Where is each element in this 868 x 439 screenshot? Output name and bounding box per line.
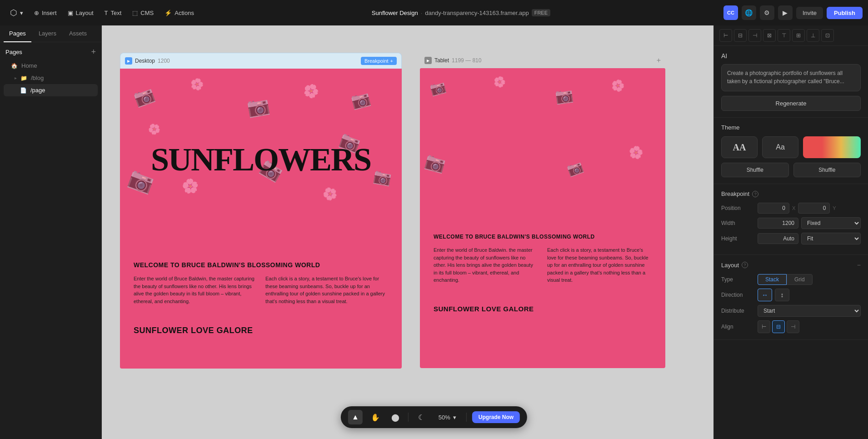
zoom-control[interactable]: 50% ▾: [434, 412, 461, 423]
breakpoint-button[interactable]: Breakpoint +: [361, 57, 397, 65]
tablet-content-col-left: Enter the world of Bruce Baldwin. the ma…: [434, 246, 538, 284]
page-blog-label: /blog: [31, 75, 44, 81]
text-button[interactable]: T Text: [100, 7, 126, 19]
logo-button[interactable]: ⬡ ▾: [5, 5, 28, 20]
regenerate-button[interactable]: Regenerate: [721, 96, 861, 111]
height-mode-select[interactable]: Fit: [801, 233, 861, 244]
x-axis-label: X: [792, 205, 795, 211]
layout-label: Layout: [76, 10, 94, 16]
tablet-content-cols: Enter the world of Bruce Baldwin. the ma…: [434, 246, 652, 284]
add-page-button[interactable]: +: [91, 48, 96, 56]
distribute-v-icon[interactable]: ⊡: [821, 29, 834, 42]
logo-chevron-icon: ▾: [20, 10, 23, 16]
tablet-range: 1199 — 810: [452, 57, 481, 64]
publish-button[interactable]: Publish: [827, 7, 863, 19]
settings-button[interactable]: ⚙: [760, 5, 774, 20]
tablet-frame-header: ▶ Tablet 1199 — 810 +: [420, 53, 665, 68]
zoom-chevron-icon: ▾: [453, 414, 456, 421]
breakpoint-plus-icon: +: [390, 58, 393, 64]
align-left-icon[interactable]: ⊢: [719, 29, 732, 42]
direction-vertical-button[interactable]: ↕: [775, 289, 789, 301]
select-tool-button[interactable]: ▲: [348, 410, 363, 424]
toolbar-divider-2: [466, 413, 467, 422]
theme-font-serif-option[interactable]: AA: [721, 136, 758, 158]
desktop-frame-header: ▶ Desktop 1200 Breakpoint +: [120, 53, 402, 69]
shape-tool-button[interactable]: ⬤: [388, 410, 403, 424]
direction-label: Direction: [721, 292, 758, 298]
layout-section: Layout ? − Type Stack Grid Direction ↔ ↕…: [714, 255, 868, 340]
type-options: Stack Grid: [758, 274, 813, 285]
folder-icon: 📁: [20, 75, 27, 81]
cc-button[interactable]: CC: [723, 5, 738, 20]
page-item-home[interactable]: 🏠 Home: [4, 60, 98, 72]
page-item-page[interactable]: 📄 /page: [4, 84, 98, 96]
type-stack-option[interactable]: Stack: [758, 274, 787, 285]
preview-button[interactable]: ▶: [778, 5, 793, 20]
page-item-blog[interactable]: ▸ 📁 /blog: [4, 72, 98, 84]
desktop-content-section: WELCOME TO BRUCE BALDWIN'S BLOSSOMING WO…: [120, 250, 402, 319]
align-top-icon[interactable]: ⊤: [778, 29, 790, 42]
panel-tabs: Pages Layers Assets: [0, 25, 101, 42]
globe-button[interactable]: 🌐: [742, 5, 756, 20]
ai-prompt-box[interactable]: Create a photographic portfolio of sunfl…: [721, 64, 861, 91]
shuffle-font-button[interactable]: Shuffle: [721, 163, 789, 177]
desktop-label: Desktop: [135, 58, 155, 64]
tablet-frame-container: ▶ Tablet 1199 — 810 + 📷 🌸 📷 🌸: [420, 53, 665, 412]
invite-button[interactable]: Invite: [796, 7, 823, 19]
canvas-area[interactable]: ▶ Desktop 1200 Breakpoint + 📷: [102, 25, 713, 439]
desktop-width: 1200: [158, 58, 170, 64]
desktop-content-cols: Enter the world of Bruce Baldwin, the ma…: [134, 275, 388, 305]
width-value-input[interactable]: [758, 218, 798, 229]
type-grid-option[interactable]: Grid: [787, 274, 813, 285]
desktop-design-frame: 📷 🌸 📷 🌸 📷 📷 🌸 📷 🌸 📷 🌸 📷: [120, 69, 402, 369]
upgrade-button[interactable]: Upgrade Now: [472, 411, 520, 423]
tab-assets[interactable]: Assets: [64, 25, 92, 42]
width-mode-select[interactable]: Fixed: [801, 217, 861, 229]
align-center-h-icon[interactable]: ⊟: [734, 29, 747, 42]
text-label: Text: [111, 10, 122, 16]
align-right-icon[interactable]: ⊣: [748, 29, 761, 42]
align-opt-left[interactable]: ⊢: [758, 320, 770, 333]
align-center-v-icon[interactable]: ⊞: [792, 29, 805, 42]
cms-button[interactable]: ⬚ CMS: [128, 7, 158, 19]
align-section-row: Align ⊢ ⊟ ⊣: [721, 320, 861, 333]
align-bottom-icon[interactable]: ⊥: [807, 29, 819, 42]
height-value-input[interactable]: [758, 233, 798, 244]
tablet-add-breakpoint-button[interactable]: +: [657, 56, 661, 65]
layout-collapse-button[interactable]: −: [857, 261, 861, 269]
theme-font-sans-option[interactable]: Aa: [762, 136, 798, 158]
dark-mode-button[interactable]: ☾: [414, 410, 429, 424]
distribute-h-icon[interactable]: ⊠: [763, 29, 776, 42]
cms-label: CMS: [140, 10, 154, 16]
play-icon: ▶: [783, 9, 788, 16]
distribute-select[interactable]: Start: [758, 305, 861, 317]
width-label: Width: [721, 220, 758, 226]
theme-title: Theme: [721, 124, 861, 131]
position-x-input[interactable]: [758, 203, 789, 214]
desktop-frame-container: ▶ Desktop 1200 Breakpoint + 📷: [120, 53, 402, 412]
desktop-content-heading: WELCOME TO BRUCE BALDWIN'S BLOSSOMING WO…: [134, 261, 388, 269]
align-opt-center[interactable]: ⊟: [772, 320, 785, 333]
theme-color-palette[interactable]: [803, 136, 861, 158]
width-inputs: Fixed: [758, 217, 861, 229]
tablet-content-heading: WELCOME TO BRUCE BALDWIN'S BLOSSOMING WO…: [434, 234, 652, 240]
tablet-label: Tablet: [434, 57, 449, 64]
direction-horizontal-button[interactable]: ↔: [758, 289, 772, 301]
position-y-input[interactable]: [798, 203, 830, 214]
zoom-level-text: 50%: [439, 414, 450, 421]
layout-title-text: Layout: [721, 262, 739, 269]
desktop-play-icon: ▶: [125, 57, 132, 65]
topnav-center: Sunflower Design · dandy-transparency-14…: [200, 9, 722, 16]
actions-button[interactable]: ⚡ Actions: [160, 7, 199, 19]
tab-layers[interactable]: Layers: [33, 25, 62, 42]
hand-tool-button[interactable]: ✋: [368, 410, 383, 424]
tab-pages[interactable]: Pages: [4, 25, 31, 42]
insert-button[interactable]: ⊕ Insert: [30, 7, 61, 19]
tablet-hero: 📷 🌸 📷 🌸 📷 📷 🌸 SUNFLOWERS: [420, 68, 665, 223]
toolbar-bottom: ▲ ✋ ⬤ ☾ 50% ▾ Upgrade Now: [341, 406, 527, 428]
page-home-label: Home: [21, 62, 37, 69]
shuffle-color-button[interactable]: Shuffle: [793, 163, 861, 177]
align-opt-right[interactable]: ⊣: [787, 320, 799, 333]
layout-button[interactable]: ▣ Layout: [63, 7, 98, 19]
desktop-hero-title: SUNFLOWERS: [151, 141, 371, 179]
